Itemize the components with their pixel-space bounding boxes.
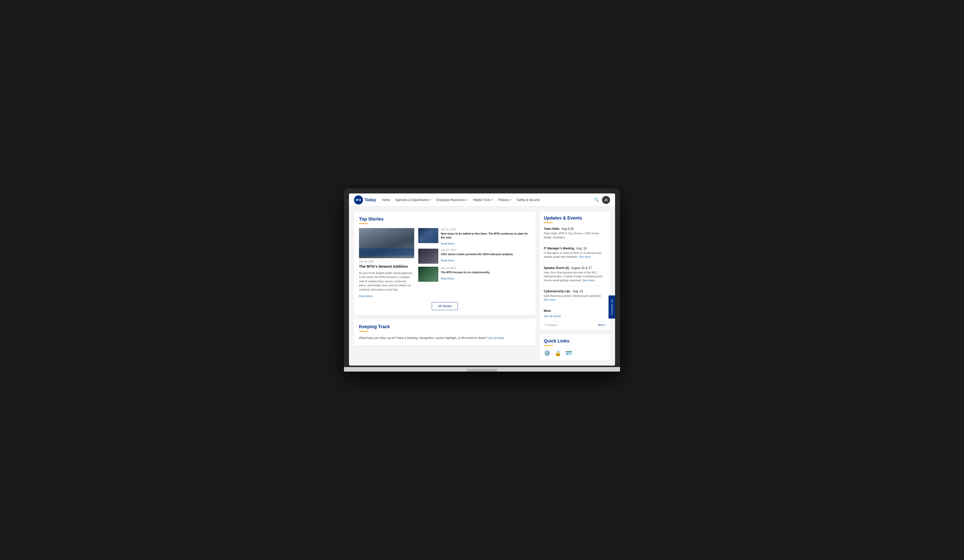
event-it-manager-desc: IT Managers to meet on floor 12 to discu… xyxy=(544,251,606,259)
keeping-track-link[interactable]: Let us know. xyxy=(488,336,505,340)
event-town-halls-header: Town Halls Aug 9-20 xyxy=(544,227,606,230)
see-all-events-link[interactable]: See all events xyxy=(544,315,561,318)
event-cybersecurity-see-more[interactable]: See more xyxy=(544,298,556,301)
nav-links: Home Agencies & Departments ▼ Employee R… xyxy=(380,197,590,203)
quick-links-card: Quick Links ⚙️ 🔒 🪪 xyxy=(540,334,610,360)
updates-events-underline xyxy=(544,222,553,223)
side-story-3-image xyxy=(418,267,438,282)
side-story-3-title: The MTA focuses in on cybersecurity. xyxy=(441,271,531,274)
event-speaker-see-more[interactable]: See more xyxy=(583,279,595,282)
event-speaker-desc: How John Doe became the lead of the NYC … xyxy=(544,271,606,282)
side-story-1: July 26, 2023 New stops to be added to f… xyxy=(418,228,531,246)
event-town-halls: Town Halls Aug 9-20 Town Halls: MTA IT, … xyxy=(544,227,606,243)
keeping-track-body: What have you been up to? Have a birthda… xyxy=(359,336,531,340)
agencies-arrow: ▼ xyxy=(429,199,432,201)
keeping-track-underline xyxy=(359,331,368,332)
nav-helpful-tools[interactable]: Helpful Tools ▼ xyxy=(471,197,495,203)
main-story: July 28, 2023 The MTA's Newest Addition … xyxy=(359,228,414,298)
top-stories-card: Top Stories July 28, 2023 The MTA's Newe… xyxy=(354,211,536,315)
side-story-1-title: New stops to be added to five lines. The… xyxy=(441,232,531,239)
side-story-2-read-more[interactable]: Read More xyxy=(441,259,454,262)
side-story-1-date: July 26, 2023 xyxy=(441,228,531,231)
nav-employee-resources[interactable]: Employee Resources ▼ xyxy=(435,197,470,203)
all-stories-wrap: All Stories xyxy=(359,302,531,310)
nav-policies[interactable]: Policies ▼ xyxy=(496,197,514,203)
pagination: < Previous Next > xyxy=(544,321,606,326)
updates-events-title: Updates & Events xyxy=(544,216,606,221)
badge-icon: 🪪 xyxy=(565,350,572,357)
nav-agencies[interactable]: Agencies & Departments ▼ xyxy=(393,197,433,203)
side-story-3: July 19, 2023 The MTA focuses in on cybe… xyxy=(418,267,531,282)
quick-links-underline xyxy=(544,345,553,346)
main-story-body: As one of the largest public transit age… xyxy=(359,271,414,292)
quick-link-badge[interactable]: 🪪 xyxy=(565,350,572,357)
quick-link-settings[interactable]: ⚙️ xyxy=(544,350,550,357)
event-it-manager: IT Manager's Meeting Aug. 10 IT Managers… xyxy=(544,247,606,263)
prev-button[interactable]: < Previous xyxy=(544,323,557,326)
main-content: Top Stories July 28, 2023 The MTA's Newe… xyxy=(349,206,615,365)
event-speaker-header: Speaker Event (2) August 16 & 17 xyxy=(544,266,606,270)
contact-us-tab[interactable]: Contact Us xyxy=(609,295,615,318)
keeping-track-title: Keeping Track xyxy=(359,324,531,330)
avatar[interactable]: JK xyxy=(602,196,610,204)
all-stories-button[interactable]: All Stories xyxy=(432,302,458,310)
event-town-halls-desc: Town Halls: MTA IT, Bus Drivers, LIRR So… xyxy=(544,232,606,239)
event-cybersecurity-header: Cybersecurity L&L Aug. 23 xyxy=(544,289,606,293)
navbar: MTA Today Home Agencies & Departments ▼ … xyxy=(349,193,615,206)
event-cybersecurity-desc: Q&A featuring surprise cybersecurity spe… xyxy=(544,294,606,302)
quick-links-grid: ⚙️ 🔒 🪪 xyxy=(544,350,606,357)
laptop-bottom xyxy=(344,367,620,372)
policies-arrow: ▼ xyxy=(510,199,511,201)
side-story-2: July 23, 2023 CEO Janno Lieber presents … xyxy=(418,248,531,264)
event-it-manager-header: IT Manager's Meeting Aug. 10 xyxy=(544,247,606,250)
event-cybersecurity: Cybersecurity L&L Aug. 23 Q&A featuring … xyxy=(544,289,606,305)
next-button[interactable]: Next > xyxy=(598,323,606,326)
quick-links-title: Quick Links xyxy=(544,338,606,344)
side-story-2-title: CEO Janno Lieber presents the 2023 mid-y… xyxy=(441,252,531,256)
side-story-1-content: July 26, 2023 New stops to be added to f… xyxy=(441,228,531,246)
side-story-1-read-more[interactable]: Read More xyxy=(441,242,454,245)
search-icon[interactable]: 🔍 xyxy=(594,198,599,202)
event-speaker: Speaker Event (2) August 16 & 17 How Joh… xyxy=(544,266,606,286)
main-story-title: The MTA's Newest Addition xyxy=(359,264,414,269)
side-story-2-date: July 23, 2023 xyxy=(441,248,531,252)
nav-home[interactable]: Home xyxy=(380,197,392,203)
side-story-1-image xyxy=(418,228,438,243)
helpful-tools-arrow: ▼ xyxy=(491,199,493,201)
top-stories-underline xyxy=(359,223,368,224)
event-it-manager-see-more[interactable]: See more xyxy=(579,255,591,258)
left-column: Top Stories July 28, 2023 The MTA's Newe… xyxy=(354,211,536,360)
side-story-2-image xyxy=(418,248,438,264)
main-story-date: July 28, 2023 xyxy=(359,260,414,263)
side-story-3-read-more[interactable]: Read More xyxy=(441,277,454,280)
nav-right: 🔍 JK xyxy=(594,196,610,204)
settings-icon: ⚙️ xyxy=(544,350,550,357)
quick-link-lock[interactable]: 🔒 xyxy=(555,350,561,357)
mta-logo: MTA xyxy=(354,195,363,205)
top-stories-title: Top Stories xyxy=(359,216,531,222)
main-story-read-more[interactable]: Read More xyxy=(359,295,373,297)
side-story-3-content: July 19, 2023 The MTA focuses in on cybe… xyxy=(441,267,531,282)
employee-resources-arrow: ▼ xyxy=(466,199,468,201)
more-section: More See all events xyxy=(544,309,606,318)
logo[interactable]: MTA Today xyxy=(354,195,376,205)
keeping-track-card: Keeping Track What have you been up to? … xyxy=(354,319,536,345)
updates-events-card: Updates & Events Town Halls Aug 9-20 Tow… xyxy=(540,211,610,330)
side-stories: July 26, 2023 New stops to be added to f… xyxy=(418,228,531,298)
brand-name: Today xyxy=(365,198,376,202)
top-stories-grid: July 28, 2023 The MTA's Newest Addition … xyxy=(359,228,531,298)
main-story-image xyxy=(359,228,414,258)
nav-safety-security[interactable]: Safety & Security xyxy=(515,197,542,203)
side-story-3-date: July 19, 2023 xyxy=(441,267,531,269)
right-column: Updates & Events Town Halls Aug 9-20 Tow… xyxy=(540,211,610,360)
laptop-notch xyxy=(467,369,497,372)
side-story-2-content: July 23, 2023 CEO Janno Lieber presents … xyxy=(441,248,531,264)
lock-icon: 🔒 xyxy=(555,350,561,357)
more-label: More xyxy=(544,309,606,313)
